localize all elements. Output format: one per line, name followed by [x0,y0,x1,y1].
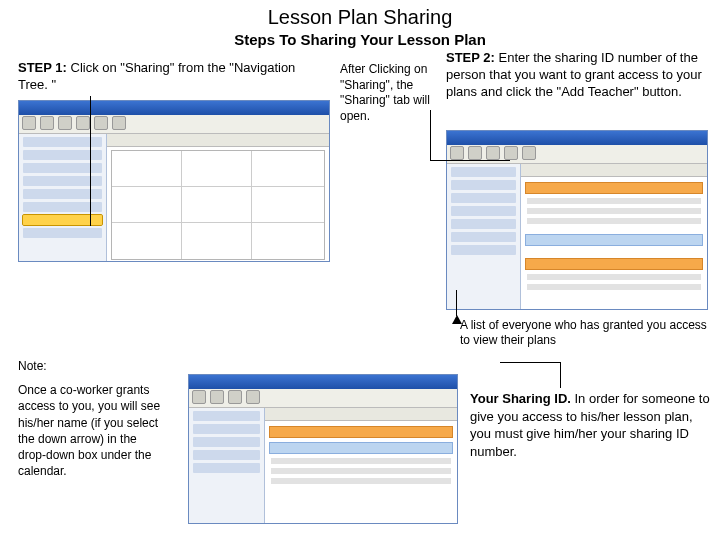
main-pane [107,134,329,262]
window-titlebar [19,101,329,115]
step1-caption: STEP 1: Click on "Sharing" from the "Nav… [18,60,318,94]
after-click-caption: After Clicking on "Sharing", the "Sharin… [340,62,430,124]
pointer-line [500,362,560,363]
step2-label: STEP 2: [446,50,495,65]
nav-item [193,411,260,421]
toolbar-icon [112,116,126,130]
nav-item [193,450,260,460]
nav-item [193,463,260,473]
window-toolbar [447,145,707,164]
text-row [527,274,701,280]
pointer-line [560,362,561,388]
toolbar-icon [504,146,518,160]
nav-tree [189,408,265,524]
nav-item [451,180,516,190]
page-title: Lesson Plan Sharing [0,6,720,29]
note-heading: Note: [18,358,168,374]
text-row [527,218,701,224]
toolbar-icon [94,116,108,130]
nav-tree [447,164,521,310]
screenshot-note [188,374,458,524]
nav-item [451,245,516,255]
shared-list-caption: A list of everyone who has granted you a… [460,318,710,348]
pointer-line [430,160,510,161]
nav-item [451,206,516,216]
step1-label: STEP 1: [18,60,67,75]
text-row [271,468,451,474]
tab-bar [265,408,457,421]
nav-item [451,167,516,177]
toolbar-icon [22,116,36,130]
toolbar-icon [486,146,500,160]
toolbar-icon [468,146,482,160]
nav-item [451,193,516,203]
nav-item [193,424,260,434]
window-titlebar [447,131,707,145]
nav-item [193,437,260,447]
window-toolbar [19,115,329,134]
pointer-line [430,110,431,160]
text-row [271,458,451,464]
pointer-line [90,96,91,226]
sharing-tab [521,164,707,310]
toolbar-icon [40,116,54,130]
text-row [271,478,451,484]
screenshot-step1 [18,100,330,262]
toolbar-icon [246,390,260,404]
toolbar-icon [522,146,536,160]
screenshot-step2 [446,130,708,310]
toolbar-icon [228,390,242,404]
nav-tree [19,134,107,262]
section-header [269,426,453,438]
text-row [527,208,701,214]
section-header [525,258,703,270]
window-titlebar [189,375,457,389]
sharing-id-caption: Your Sharing ID. In order for someone to… [470,390,710,460]
input-row [525,234,703,246]
dropdown-row [269,442,453,454]
note-block: Note: Once a co-worker grants access to … [18,358,168,479]
toolbar-icon [450,146,464,160]
sharing-id-label: Your Sharing ID. [470,391,571,406]
text-row [527,284,701,290]
nav-item [451,219,516,229]
arrow-up-icon [452,315,462,324]
toolbar-icon [76,116,90,130]
toolbar-icon [192,390,206,404]
text-row [527,198,701,204]
page-subtitle: Steps To Sharing Your Lesson Plan [0,31,720,48]
pointer-line [456,290,457,316]
tab-bar [107,134,329,147]
main-pane [265,408,457,524]
toolbar-icon [210,390,224,404]
nav-item [451,232,516,242]
planner-grid [111,150,325,260]
toolbar-icon [58,116,72,130]
window-toolbar [189,389,457,408]
nav-item [23,228,102,238]
note-body: Once a co-worker grants access to you, y… [18,382,168,479]
section-header [525,182,703,194]
tab-bar [521,164,707,177]
step2-caption: STEP 2: Enter the sharing ID number of t… [446,50,706,101]
